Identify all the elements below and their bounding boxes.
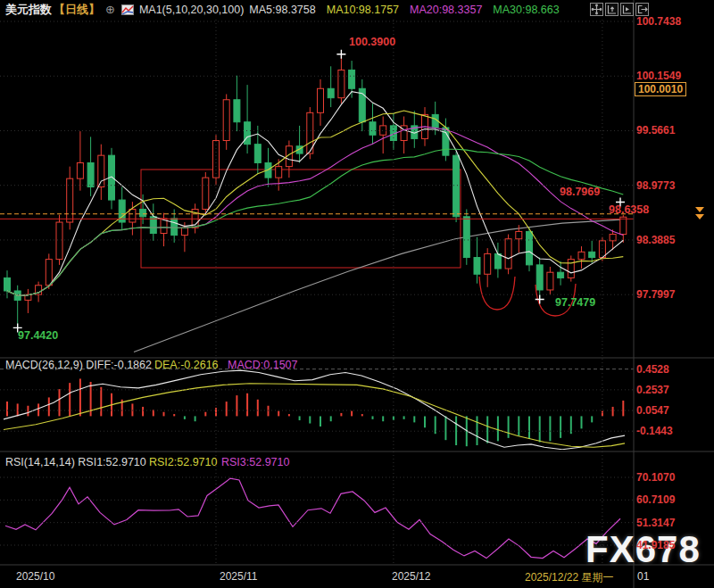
y-axis-label: 100.1549 [636, 70, 681, 82]
date-axis[interactable]: 2025/10 2025/11 2025/12 2025/12/22 星期一 0… [0, 566, 714, 588]
price-chart-canvas[interactable] [0, 0, 714, 588]
mini-chart-icon [121, 4, 134, 15]
rsi-axis-label: 51.3147 [636, 517, 675, 529]
rsi2-value: RSI2:52.9710 [149, 456, 217, 468]
y-axis-label: 97.7997 [636, 288, 675, 301]
macd-axis-label: 0.0547 [636, 404, 669, 417]
last-price-label: 98.6358 [609, 203, 649, 216]
date-label-extra: 01 [637, 570, 649, 583]
date-label-nov: 2025/11 [220, 570, 258, 583]
y-axis-label: 98.3885 [636, 234, 675, 246]
rsi-title: RSI(14,14,14) RSI1:52.9710 [5, 456, 146, 468]
rsi-axis-label: 41.9185 [636, 539, 675, 551]
y-axis-label-boxed: 100.0010 [635, 82, 686, 96]
ma5-value: MA5:98.3758 [249, 4, 315, 16]
low-mid-label: 97.7479 [555, 296, 595, 309]
date-label-oct: 2025/10 [16, 570, 54, 583]
crosshair-date-label: 2025/12/22 星期一 [525, 570, 613, 585]
date-label-dec: 2025/12 [392, 570, 430, 583]
y-axis-label: 99.5661 [636, 124, 675, 137]
chart-toolbar [590, 3, 649, 16]
macd-axis-label: 0.2537 [636, 384, 669, 396]
ma20-value: MA20:98.3357 [410, 4, 482, 16]
rsi3-value: RSI3:52.9710 [221, 456, 289, 468]
symbol-name: 美元指数 [5, 2, 52, 18]
macd-dea-value: DEA:-0.2616 [154, 359, 219, 371]
scale-y-axis-icon[interactable] [605, 3, 619, 16]
macd-axis-label: 0.4528 [636, 363, 669, 376]
crosshair-price-label: 98.7969 [560, 186, 600, 198]
rsi-axis-label: 70.1070 [636, 471, 675, 484]
expand-right-icon[interactable] [635, 3, 649, 16]
pan-tool-icon[interactable] [590, 3, 603, 16]
period-label[interactable]: 【日线】 [54, 2, 100, 18]
high-price-label: 100.3900 [349, 36, 395, 48]
scale-x-axis-icon[interactable] [620, 3, 634, 16]
ma-settings-label: MA1(5,10,20,30,100) [139, 4, 244, 16]
macd-value: MACD:0.1507 [228, 359, 298, 371]
macd-axis-label: -0.1443 [636, 425, 673, 437]
ma30-value: MA30:98.663 [493, 4, 559, 16]
y-axis-label: 98.9773 [636, 179, 675, 192]
ma10-value: MA10:98.1757 [327, 4, 399, 16]
low-left-label: 97.4420 [18, 329, 58, 342]
rsi-axis-label: 60.7109 [636, 493, 675, 506]
chart-app: 美元指数 【日线】 ⊕ MA1(5,10,20,30,100) MA5:98.3… [0, 0, 714, 588]
macd-title: MACD(26,12,9) DIFF:-0.1862 [5, 359, 152, 371]
add-indicator-icon[interactable]: ⊕ [105, 3, 115, 16]
